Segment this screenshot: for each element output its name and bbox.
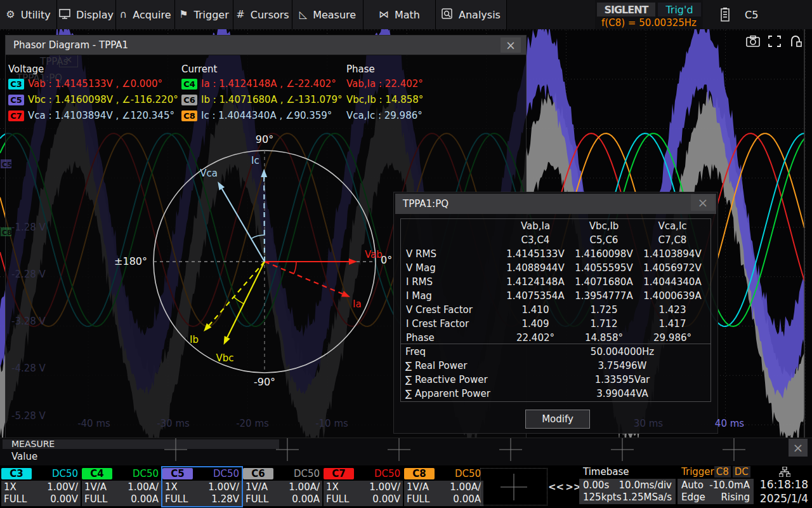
pq-cell: 1.4145133V: [501, 248, 570, 260]
pq-summary-row: ∑ Apparent Power3.99044VA: [400, 387, 711, 401]
channel-coupling: DC50: [133, 468, 161, 479]
pq-row-phase: Phase22.402°14.858°29.986°: [401, 331, 710, 345]
pq-row-label: I Mag: [401, 290, 501, 302]
measure-slot-cross-icon: [276, 438, 299, 464]
pq-summary-rows: Freq50.004000Hz∑ Real Power3.75496W∑ Rea…: [400, 345, 711, 401]
channel-badge-c6: C6: [243, 468, 273, 479]
menu-item-label: Display: [76, 9, 114, 21]
battery-icon: [718, 8, 732, 22]
channel-probe: 1X: [165, 483, 178, 492]
menu-item-label: Acquire: [133, 9, 171, 21]
clock-block[interactable]: 16:18:18 2025/1/4: [756, 465, 812, 508]
math-icon: ⋈: [379, 10, 389, 20]
trigger-coupling: DC: [733, 466, 750, 478]
phasor-window-close-button[interactable]: ×: [501, 37, 521, 53]
reading-text: Ic : 1.4044340A , ∠90.359°: [201, 110, 332, 121]
flag-icon: ⚑: [179, 10, 188, 20]
pq-cell: 1.4088944V: [501, 262, 570, 274]
phase-angle-arc: [251, 235, 265, 239]
phase-heading: Phase: [346, 64, 375, 75]
menu-item-math[interactable]: ⋈Math: [363, 0, 436, 29]
active-channel-label[interactable]: C5: [745, 9, 758, 21]
trigger-level: -10.0mA: [709, 481, 750, 490]
menu-item-analysis[interactable]: Analysis: [436, 0, 507, 29]
menu-item-label: Utility: [21, 9, 51, 21]
timebase-block[interactable]: Timebase 0.00s10.0ms/div 125kpts1.25MSa/…: [579, 465, 676, 508]
phase-angle-arc: [294, 262, 296, 274]
vector-label-vab: Vab: [365, 249, 383, 260]
channel-scale: 1.00A/: [450, 483, 481, 492]
pq-cell: C5,C6: [570, 234, 638, 246]
phasor-window-titlebar[interactable]: Phasor Diagram - TPPA1: [6, 36, 526, 55]
channel-block-c4[interactable]: C4DC501V/A1.00A/FULL0.00A: [82, 467, 161, 506]
channel-scale: 1.00V/: [208, 483, 239, 492]
menu-bar: SIGLENT Trig'd f(C8) = 50.00325Hz C5 ⚙Ut…: [0, 0, 812, 29]
pq-row-label: I RMS: [401, 276, 501, 288]
screenshot-camera-icon[interactable]: [746, 34, 760, 48]
menu-item-trigger[interactable]: ⚑Trigger: [175, 0, 233, 29]
channel-scale: 1.00V/: [47, 483, 78, 492]
fullscreen-icon[interactable]: [768, 34, 782, 48]
brand-block: SIGLENT Trig'd f(C8) = 50.00325Hz: [595, 0, 703, 29]
clock-time: 16:18:18: [756, 478, 812, 491]
pq-cell: Vca,Ic: [638, 220, 707, 232]
trigger-block[interactable]: Trigger C8 DC Auto-10.0mA EdgeRising: [678, 465, 754, 508]
channel-offset: 0.00A: [131, 495, 159, 504]
pq-table-divider: [400, 344, 711, 344]
modify-button[interactable]: Modify: [525, 410, 590, 429]
timebase-delay: 0.00s: [583, 481, 609, 490]
phasor-reading-ia: C4Ia : 1.4124148A , ∠-22.402°: [181, 78, 336, 90]
measure-strip-close-button[interactable]: ×: [789, 439, 808, 457]
screen-flip-icon[interactable]: [789, 34, 803, 48]
vector-label-vca: Vca: [200, 168, 218, 179]
channel-bandwidth: FULL: [326, 495, 349, 504]
channel-block-c8[interactable]: C8DC501V/A1.00A/FULL0.00A: [404, 467, 483, 506]
channel-chip-c5: C5: [8, 95, 24, 105]
pq-cell: 1.410: [501, 304, 570, 316]
channel-chip-c3: C3: [8, 79, 24, 90]
menu-item-display[interactable]: Display: [57, 0, 116, 29]
phasor-axis-label: ±180°: [114, 255, 147, 267]
pq-cell: 1.4103894V: [638, 248, 707, 260]
phasor-reading-vbc: C5Vbc : 1.4160098V , ∠-116.220°: [8, 94, 178, 105]
channel-bandwidth: FULL: [84, 495, 107, 504]
voltage-heading: Voltage: [8, 64, 44, 75]
channel-bandwidth: FULL: [4, 495, 27, 504]
pq-summary-row: ∑ Reactive Power1.33595Var: [400, 373, 711, 387]
menu-item-utility[interactable]: ⚙Utility: [0, 0, 57, 29]
pq-cell: 1.4056972V: [638, 262, 707, 274]
trigger-slope: Rising: [721, 493, 750, 502]
channel-bandwidth: FULL: [407, 495, 429, 504]
channel-coupling: DC50: [213, 468, 242, 479]
channel-chip-c4: C4: [181, 79, 197, 90]
current-heading: Current: [181, 64, 217, 75]
pq-row-v-rms: V RMS1.4145133V1.4160098V1.4103894V: [401, 247, 710, 261]
vector-label-ib: Ib: [190, 334, 199, 345]
channel-block-c7[interactable]: C7DC501X1.00V/FULL0.00V: [324, 467, 403, 506]
channel-block-c6[interactable]: C6DC501V/A1.00A/FULL0.00A: [243, 467, 322, 506]
scroll-left-button[interactable]: <<: [548, 481, 564, 493]
channel-block-c5[interactable]: C5DC501X1.00V/FULL1.28V: [162, 467, 242, 506]
pq-row-v-mag: V Mag1.4088944V1.4055595V1.4056972V: [401, 261, 710, 275]
pq-row-i-crest-factor: I Crest Factor1.4091.7121.417: [401, 317, 710, 331]
measure-slot-cross-icon: [723, 438, 745, 464]
phasor-window-title: Phasor Diagram - TPPA1: [6, 39, 128, 51]
menu-item-measure[interactable]: ◺Measure: [292, 0, 363, 29]
pq-dialog-titlebar[interactable]: TPPA1:PQ: [395, 194, 716, 214]
timebase-points: 125kpts: [583, 493, 622, 502]
math-channel-placeholder[interactable]: [480, 468, 547, 505]
channel-block-c3[interactable]: C3DC501X1.00V/FULL0.00V: [1, 467, 81, 506]
reading-text: Ib : 1.4071680A , ∠-131.079°: [201, 94, 343, 105]
measure-strip: MEASURE Value ×: [0, 438, 812, 465]
pq-cell: 22.402°: [501, 332, 570, 344]
menu-item-cursors[interactable]: #Cursors: [233, 0, 292, 29]
pq-summary-label: ∑ Reactive Power: [400, 374, 488, 385]
menu-item-label: Measure: [313, 9, 356, 21]
cursor-cross-icon: [501, 474, 527, 500]
channel-coupling: DC50: [374, 468, 403, 479]
measure-slot-cross-icon: [388, 438, 410, 464]
timebase-label: Timebase: [583, 466, 629, 478]
pq-dialog-close-button[interactable]: ×: [691, 194, 715, 211]
menu-item-acquire[interactable]: ∩Acquire: [116, 0, 175, 29]
timebase-scale: 10.0ms/div: [619, 481, 672, 490]
